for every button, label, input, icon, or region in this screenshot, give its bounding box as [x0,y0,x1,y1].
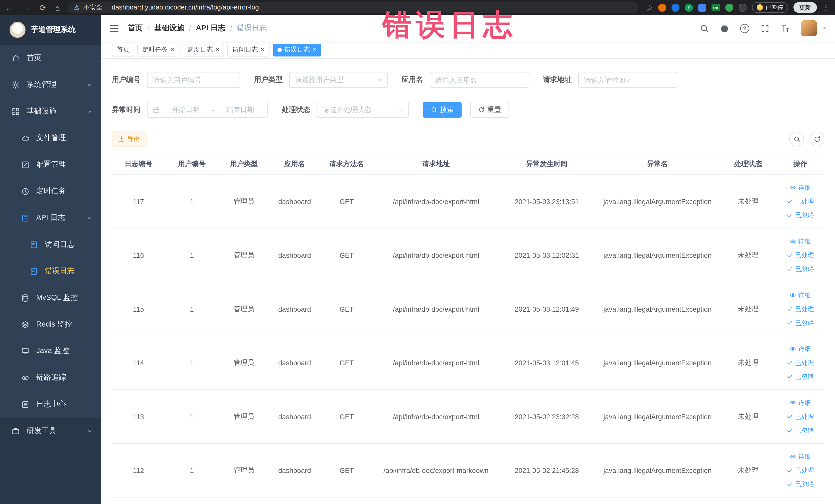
detail-link[interactable]: 详细 [779,288,822,302]
sidebar-item-dev-tools[interactable]: 研发工具 [0,418,101,444]
mark-ignored-link[interactable]: 已忽略 [779,423,822,437]
mark-ignored-link[interactable]: 已忽略 [779,477,822,491]
mark-ignored-link[interactable]: 已忽略 [779,262,822,276]
cell-log-id: 113 [112,390,165,444]
toggle-search-button[interactable] [789,132,804,146]
refresh-table-button[interactable] [809,132,824,146]
tab-close-icon[interactable]: × [216,46,220,53]
breadcrumb-api-log[interactable]: API 日志 [196,23,225,33]
mark-processed-link[interactable]: 已处理 [779,302,822,316]
sidebar-item-scheduled-task[interactable]: 定时任务 [0,178,101,205]
mark-processed-link[interactable]: 已处理 [779,356,822,370]
bookmark-star-icon[interactable]: ☆ [646,3,653,11]
mark-ignored-link[interactable]: 已忽略 [779,316,822,330]
browser-chrome: ← → ⟳ ⌂ ⚠ 不安全 | dashboard.yudao.iocoder.… [0,0,835,15]
database-icon [21,294,29,302]
sidebar-item-api-log[interactable]: API 日志 [0,205,101,231]
browser-toolbar-right: ☆ Y on 已暂停 更新 ⋮ [646,2,830,13]
sidebar-item-redis-monitor[interactable]: Redis 监控 [0,311,101,338]
sidebar-item-file-manage[interactable]: 文件管理 [0,124,101,151]
tab-close-icon[interactable]: × [261,46,265,53]
user-type-select[interactable]: 请选择用户类型 [289,72,388,88]
user-id-input[interactable] [147,72,240,88]
mark-ignored-link[interactable]: 已忽略 [779,370,822,384]
detail-link[interactable]: 详细 [779,235,822,248]
user-avatar[interactable] [801,20,817,36]
sidebar-item-home[interactable]: 首页 [0,45,101,72]
extension-icon-1[interactable] [658,3,666,11]
extension-icon-6[interactable] [738,3,747,11]
extension-icon-2[interactable] [672,3,679,11]
cell-actions: 详细 已处理 已忽略 [776,390,824,444]
tab-scheduled-task[interactable]: 定时任务 × [137,43,179,56]
browser-menu-icon[interactable]: ⋮ [822,3,830,12]
extension-icon-4[interactable] [698,3,706,11]
mark-processed-link[interactable]: 已处理 [779,248,822,262]
sidebar-item-config-manage[interactable]: 配置管理 [0,151,101,178]
sidebar-item-label: 文件管理 [36,133,66,143]
detail-link[interactable]: 详细 [779,181,822,194]
reload-icon[interactable]: ⟳ [40,3,46,11]
tab-error-log[interactable]: 错误日志 × [272,43,321,56]
update-button[interactable]: 更新 [793,2,817,13]
tab-schedule-log[interactable]: 调度日志 × [183,43,224,56]
search-button[interactable]: 搜索 [423,102,462,118]
tab-close-icon[interactable]: × [170,46,175,53]
start-date-placeholder: 开始日期 [164,105,208,115]
sidebar-item-error-log[interactable]: 错误日志 [0,258,101,284]
hamburger-icon[interactable] [109,23,119,33]
fullscreen-icon[interactable] [760,24,770,33]
breadcrumb-infra[interactable]: 基础设施 [154,23,184,33]
paused-badge[interactable]: 已暂停 [752,2,788,13]
reset-button[interactable]: 重置 [470,102,509,118]
main-area: 首页 / 基础设施 / API 日志 / 错误日志 ? [101,15,835,504]
sidebar-item-mysql-monitor[interactable]: MySQL 监控 [0,284,101,311]
mark-processed-link[interactable]: 已处理 [779,194,822,208]
search-icon[interactable] [700,24,709,33]
screen: 错误日志 ← → ⟳ ⌂ ⚠ 不安全 | dashboard.yudao.ioc… [0,0,835,504]
mark-processed-link[interactable]: 已处理 [779,463,822,477]
tab-access-log[interactable]: 访问日志 × [227,43,269,56]
sidebar-item-log-center[interactable]: 日志中心 [0,391,101,418]
sidebar-item-system[interactable]: 系统管理 [0,72,101,98]
extension-icon-3[interactable]: Y [685,3,693,11]
request-url-input[interactable] [578,72,677,88]
back-icon[interactable]: ← [5,3,13,11]
action-label: 已忽略 [795,480,814,489]
cell-actions: 详细 已处理 已忽略 [776,282,824,336]
detail-link[interactable]: 详细 [779,449,822,463]
url-separator: | [106,4,108,11]
sidebar-item-java-monitor[interactable]: Java 监控 [0,338,101,364]
github-icon[interactable] [720,24,729,33]
tab-close-icon[interactable]: × [312,46,317,53]
extension-icon-5[interactable] [726,3,733,11]
app-name-input[interactable] [429,72,529,88]
cell-app-name: dashboard [269,336,320,390]
action-label: 已忽略 [795,372,814,381]
help-icon[interactable]: ? [740,24,749,33]
sidebar-item-label: 首页 [27,53,42,63]
sidebar-item-infra[interactable]: 基础设施 [0,98,101,125]
tab-home[interactable]: 首页 [112,43,134,56]
export-button[interactable]: 导出 [112,132,147,146]
breadcrumb-home[interactable]: 首页 [128,23,143,33]
process-status-select[interactable]: 请选择处理状态 [317,102,409,118]
breadcrumb-separator: / [148,24,150,32]
sidebar-item-trace[interactable]: 链路追踪 [0,364,101,391]
mark-ignored-link[interactable]: 已忽略 [779,208,822,222]
filter-label: 应用名 [402,75,423,85]
cell-log-id: 112 [112,443,165,497]
cell-log-id: 117 [112,174,165,228]
address-bar[interactable]: ⚠ 不安全 | dashboard.yudao.iocoder.cn/infra… [67,2,638,13]
col-method: 请求方法名 [320,153,373,174]
home-icon[interactable]: ⌂ [55,3,60,11]
sidebar-item-access-log[interactable]: 访问日志 [0,231,101,258]
mark-processed-link[interactable]: 已处理 [779,409,822,423]
detail-link[interactable]: 详细 [779,396,822,409]
font-size-icon[interactable] [780,24,790,33]
detail-link[interactable]: 详细 [779,342,822,356]
exception-time-range-picker[interactable]: 开始日期 - 结束日期 [147,102,268,118]
forward-icon[interactable]: → [22,3,30,11]
sidebar-item-label: 定时任务 [36,186,66,196]
extension-on-badge[interactable]: on [712,4,720,11]
